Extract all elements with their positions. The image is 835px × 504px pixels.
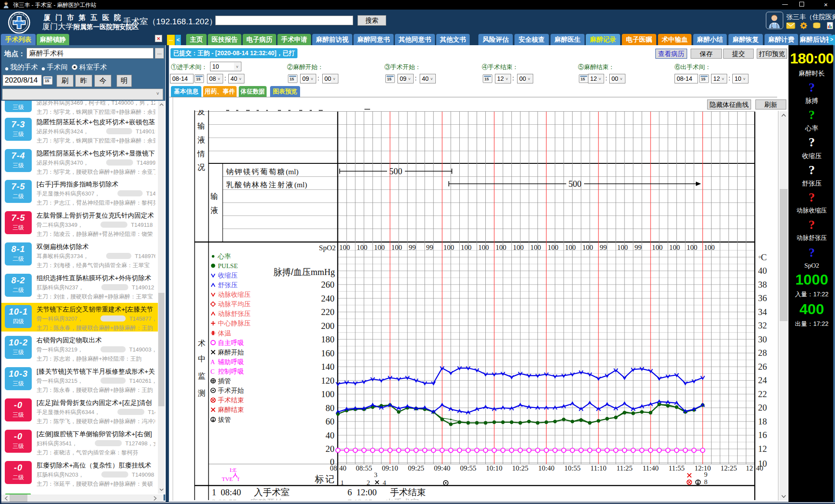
svg-text:I:E: I:E bbox=[230, 467, 237, 473]
svg-text:40: 40 bbox=[339, 464, 347, 472]
svg-text:液: 液 bbox=[197, 136, 205, 144]
svg-text:100: 100 bbox=[339, 243, 350, 252]
svg-text:500: 500 bbox=[389, 166, 402, 176]
svg-text:手术结束: 手术结束 bbox=[218, 396, 244, 404]
svg-text:100: 100 bbox=[687, 243, 698, 252]
svg-text:09:10: 09:10 bbox=[382, 464, 398, 472]
svg-text:9: 9 bbox=[704, 471, 708, 478]
svg-text:99: 99 bbox=[635, 243, 642, 252]
svg-text:100: 100 bbox=[652, 243, 663, 252]
svg-text:180: 180 bbox=[321, 335, 334, 344]
svg-text:09:40: 09:40 bbox=[434, 464, 451, 472]
svg-text:240: 240 bbox=[321, 294, 334, 303]
svg-text:09:25: 09:25 bbox=[408, 464, 424, 472]
svg-text:30: 30 bbox=[758, 335, 767, 344]
svg-text:160: 160 bbox=[321, 348, 334, 358]
svg-text:36: 36 bbox=[758, 293, 767, 303]
svg-text:动脉舒张压: 动脉舒张压 bbox=[218, 310, 250, 317]
svg-text:10:55: 10:55 bbox=[564, 464, 581, 472]
svg-text:收缩压: 收缩压 bbox=[218, 272, 237, 279]
svg-text:及: 及 bbox=[197, 107, 205, 116]
svg-text:100: 100 bbox=[374, 243, 385, 252]
svg-text:监: 监 bbox=[198, 371, 206, 380]
svg-text:08:55: 08:55 bbox=[356, 464, 372, 472]
svg-text:心率: 心率 bbox=[217, 252, 231, 260]
svg-text:500: 500 bbox=[568, 179, 581, 189]
svg-text:中: 中 bbox=[198, 355, 206, 363]
svg-text:1 08:40: 1 08:40 bbox=[212, 487, 241, 497]
svg-text:PULSE: PULSE bbox=[218, 262, 238, 269]
svg-text:40: 40 bbox=[756, 464, 764, 472]
svg-text:20: 20 bbox=[758, 403, 767, 412]
svg-text:f: f bbox=[237, 476, 240, 482]
svg-text:09:55: 09:55 bbox=[460, 464, 477, 472]
svg-text:18: 18 bbox=[758, 417, 767, 426]
svg-text:100: 100 bbox=[444, 243, 454, 252]
svg-text:260: 260 bbox=[321, 280, 334, 289]
svg-text:标记: 标记 bbox=[314, 474, 336, 484]
svg-text:拔管: 拔管 bbox=[218, 416, 231, 423]
svg-text:100: 100 bbox=[582, 243, 593, 252]
svg-text:4: 4 bbox=[383, 479, 386, 486]
svg-text:60: 60 bbox=[326, 417, 335, 426]
svg-text:99: 99 bbox=[600, 243, 607, 252]
svg-text:100: 100 bbox=[513, 243, 524, 252]
svg-text:99: 99 bbox=[426, 243, 434, 252]
svg-text:3: 3 bbox=[374, 471, 377, 478]
svg-text:术: 术 bbox=[198, 339, 206, 348]
svg-text:测: 测 bbox=[198, 389, 206, 398]
svg-text:100: 100 bbox=[617, 243, 628, 252]
svg-text:22: 22 bbox=[758, 389, 767, 399]
svg-text:11:10: 11:10 bbox=[591, 464, 607, 472]
svg-text:12:25: 12:25 bbox=[721, 464, 737, 472]
svg-text:100: 100 bbox=[495, 243, 506, 252]
svg-text:20: 20 bbox=[326, 444, 335, 454]
svg-text:6 12:00: 6 12:00 bbox=[347, 487, 377, 497]
svg-text:12:10: 12:10 bbox=[695, 464, 711, 472]
svg-text:12: 12 bbox=[746, 464, 753, 472]
svg-text:情: 情 bbox=[197, 149, 205, 158]
svg-text:C: C bbox=[210, 368, 214, 375]
svg-text:麻醉开始: 麻醉开始 bbox=[218, 348, 244, 356]
svg-text:况: 况 bbox=[197, 163, 205, 172]
svg-text:自主呼吸: 自主呼吸 bbox=[218, 339, 244, 346]
svg-text:140: 140 bbox=[321, 362, 334, 371]
svg-text:输: 输 bbox=[197, 122, 205, 130]
svg-text:10:10: 10:10 bbox=[486, 464, 503, 472]
svg-text:°C: °C bbox=[758, 252, 767, 262]
svg-text:100: 100 bbox=[669, 243, 680, 252]
svg-text:脉搏/血压mmHg: 脉搏/血压mmHg bbox=[274, 267, 335, 277]
svg-text:A: A bbox=[210, 359, 215, 365]
svg-text:40: 40 bbox=[326, 431, 335, 440]
svg-text:11:25: 11:25 bbox=[617, 464, 633, 472]
svg-text:32: 32 bbox=[758, 321, 767, 330]
svg-text:手术结束: 手术结束 bbox=[390, 487, 426, 497]
svg-text:99: 99 bbox=[409, 243, 416, 252]
svg-text:体温: 体温 bbox=[217, 329, 231, 337]
svg-text:100: 100 bbox=[565, 243, 576, 252]
svg-text:16: 16 bbox=[758, 430, 767, 440]
svg-text:11:55: 11:55 bbox=[668, 464, 685, 472]
svg-text:舒张压: 舒张压 bbox=[218, 281, 237, 288]
svg-text:SpO2: SpO2 bbox=[319, 244, 336, 252]
svg-text:乳酸钠林格注射液(ml): 乳酸钠林格注射液(ml) bbox=[226, 181, 307, 189]
svg-text:11:40: 11:40 bbox=[642, 464, 658, 472]
svg-text:麻醉结束: 麻醉结束 bbox=[218, 406, 244, 413]
svg-text:40: 40 bbox=[758, 266, 767, 275]
svg-text:24: 24 bbox=[758, 375, 767, 385]
svg-text:08: 08 bbox=[330, 464, 337, 472]
svg-text:1: 1 bbox=[341, 479, 344, 486]
svg-text:100: 100 bbox=[357, 243, 367, 252]
svg-text:12: 12 bbox=[758, 444, 767, 454]
svg-text:动脉收缩压: 动脉收缩压 bbox=[218, 291, 250, 298]
svg-text:28: 28 bbox=[758, 348, 767, 358]
svg-text:10:40: 10:40 bbox=[538, 464, 554, 472]
svg-text:100: 100 bbox=[461, 243, 472, 252]
svg-text:100: 100 bbox=[530, 243, 541, 252]
svg-text:220: 220 bbox=[321, 307, 334, 317]
svg-text:100: 100 bbox=[548, 243, 558, 252]
svg-text:34: 34 bbox=[758, 307, 767, 317]
svg-text:输: 输 bbox=[210, 192, 218, 201]
svg-text:26: 26 bbox=[758, 362, 767, 371]
svg-text:38: 38 bbox=[758, 280, 767, 289]
